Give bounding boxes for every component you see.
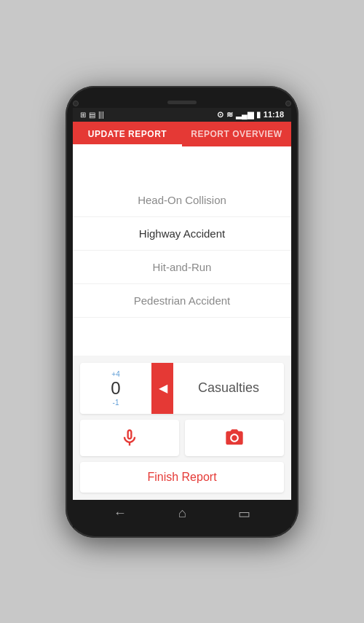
signal-bars-icon: ||| [98,111,104,119]
accident-type-list: Head-On Collision Highway Accident Hit-a… [73,146,291,356]
speaker [167,101,197,104]
phone-screen: ⊞ ▤ ||| ⊙ ≋ ▂▄▆ ▮ 11:18 UPDATE REPORT RE… [73,108,291,500]
counter-box: +4 0 -1 [80,363,153,414]
tab-bar: UPDATE REPORT REPORT OVERVIEW [73,122,291,146]
accident-item-highway[interactable]: Highway Accident [73,217,291,251]
counter-top-label: +4 [111,370,119,378]
accident-item-hit-run[interactable]: Hit-and-Run [73,251,291,284]
back-nav-icon[interactable]: ← [114,506,127,521]
sensor [285,101,291,106]
counter-bottom-label: -1 [113,399,119,407]
casualties-row: +4 0 -1 ◀ Casualties [80,363,284,414]
signal-icon: ▂▄▆ [236,110,253,119]
microphone-icon [119,428,140,448]
front-camera [73,101,79,106]
decrement-button[interactable]: ◀ [153,363,173,414]
location-icon: ⊙ [217,110,223,119]
home-nav-icon[interactable]: ⌂ [178,506,186,521]
battery-icon: ▮ [256,110,261,119]
camera-icon [224,428,245,448]
status-right-icons: ⊙ ≋ ▂▄▆ ▮ 11:18 [217,110,284,119]
controls-section: +4 0 -1 ◀ Casualties [73,356,291,500]
microphone-button[interactable] [80,420,179,456]
action-buttons-row [80,420,284,456]
phone-device: ⊞ ▤ ||| ⊙ ≋ ▂▄▆ ▮ 11:18 UPDATE REPORT RE… [66,86,298,538]
accident-item-pedestrian[interactable]: Pedestrian Accident [73,284,291,318]
sim-icon: ▤ [89,111,95,119]
camera-button[interactable] [185,420,284,456]
tab-report-overview[interactable]: REPORT OVERVIEW [182,122,291,146]
status-left-icons: ⊞ ▤ ||| [80,111,104,119]
casualties-label: Casualties [173,363,284,414]
finish-report-button[interactable]: Finish Report [80,462,284,493]
counter-value: 0 [111,380,120,397]
time-display: 11:18 [264,110,284,119]
voicemail-icon: ⊞ [80,111,86,119]
accident-item-head-on[interactable]: Head-On Collision [73,184,291,217]
status-bar: ⊞ ▤ ||| ⊙ ≋ ▂▄▆ ▮ 11:18 [73,108,291,122]
recent-nav-icon[interactable]: ▭ [238,506,250,522]
bottom-navigation: ← ⌂ ▭ [73,500,291,528]
tab-update-report[interactable]: UPDATE REPORT [73,122,182,146]
wifi-icon: ≋ [226,110,233,119]
